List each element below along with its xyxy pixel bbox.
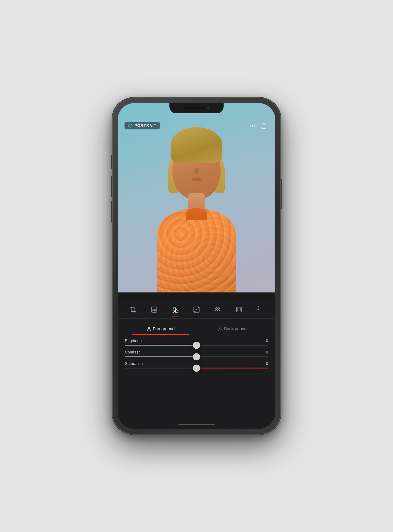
saturation-value: 0 xyxy=(266,361,268,366)
tab-crop[interactable] xyxy=(127,303,139,316)
tab-adjust[interactable] xyxy=(169,303,182,316)
svg-point-5 xyxy=(174,307,175,309)
brightness-thumb[interactable] xyxy=(193,342,200,349)
contrast-thumb[interactable] xyxy=(193,353,200,360)
svg-rect-15 xyxy=(237,308,240,311)
brightness-row: Brightness 0 xyxy=(125,338,268,346)
portrait-badge-text: PORTRAIT xyxy=(135,124,156,128)
saturation-label: Saturation xyxy=(125,361,143,366)
foreground-segment[interactable]: Foreground xyxy=(125,323,196,334)
person-body xyxy=(157,208,236,292)
svg-marker-0 xyxy=(128,124,132,127)
phone-screen: PORTRAIT xyxy=(118,103,275,429)
brightness-label: Brightness xyxy=(125,338,143,343)
foreground-icon xyxy=(147,327,151,331)
saturation-row: Saturation 0 xyxy=(125,361,268,368)
svg-point-9 xyxy=(174,311,176,313)
power-button[interactable] xyxy=(281,179,282,209)
phone-shell: PORTRAIT xyxy=(112,98,281,434)
mute-button[interactable] xyxy=(111,155,112,169)
svg-point-16 xyxy=(148,327,150,329)
segment-control: Foreground Background xyxy=(125,323,268,334)
tool-tabs: AX xyxy=(118,300,275,319)
svg-point-7 xyxy=(175,309,177,311)
bottom-panel: AX xyxy=(118,300,275,429)
contrast-track[interactable] xyxy=(125,356,268,357)
front-camera xyxy=(206,106,210,110)
portrait-icon xyxy=(128,124,132,128)
photo-area: PORTRAIT xyxy=(118,103,275,292)
saturation-track[interactable] xyxy=(125,368,268,368)
contrast-row: Contrast 0 xyxy=(125,350,268,357)
tab-curves[interactable] xyxy=(190,303,203,316)
volume-up-button[interactable] xyxy=(111,176,112,197)
svg-text:AX: AX xyxy=(152,308,156,311)
tab-mixer[interactable] xyxy=(211,303,224,316)
page-wrapper: PORTRAIT xyxy=(0,0,393,532)
tab-history[interactable] xyxy=(254,303,266,316)
share-button[interactable] xyxy=(259,121,269,131)
more-button[interactable] xyxy=(249,125,255,127)
tab-auto[interactable]: AX xyxy=(148,303,160,316)
volume-down-button[interactable] xyxy=(111,201,112,222)
saturation-thumb[interactable] xyxy=(193,365,200,372)
svg-rect-1 xyxy=(131,308,135,311)
foreground-label: Foreground xyxy=(153,326,175,331)
contrast-label: Contrast xyxy=(125,350,140,354)
brightness-value: 0 xyxy=(266,338,268,343)
active-tab-indicator xyxy=(172,316,179,316)
notch xyxy=(169,103,224,113)
speaker xyxy=(183,107,204,109)
portrait-badge: PORTRAIT xyxy=(124,122,160,130)
background-segment[interactable]: Background xyxy=(196,323,268,334)
brightness-track[interactable] xyxy=(125,345,268,346)
contrast-value: 0 xyxy=(266,350,268,354)
sliders-section: Brightness 0 Contrast 0 xyxy=(118,334,275,368)
background-icon xyxy=(218,327,222,331)
home-indicator xyxy=(178,424,215,425)
background-label: Background xyxy=(224,326,247,331)
svg-rect-14 xyxy=(237,307,241,312)
tab-frame[interactable] xyxy=(233,303,245,316)
